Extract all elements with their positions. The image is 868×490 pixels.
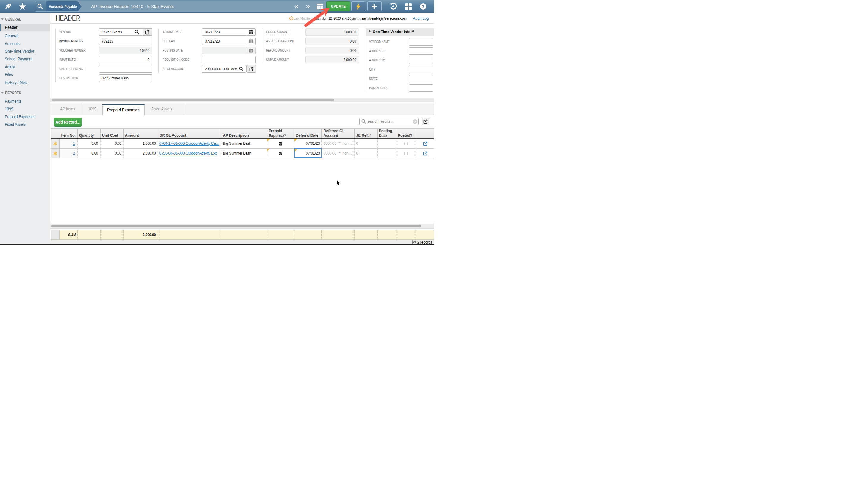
svg-text:?: ? (422, 4, 425, 9)
